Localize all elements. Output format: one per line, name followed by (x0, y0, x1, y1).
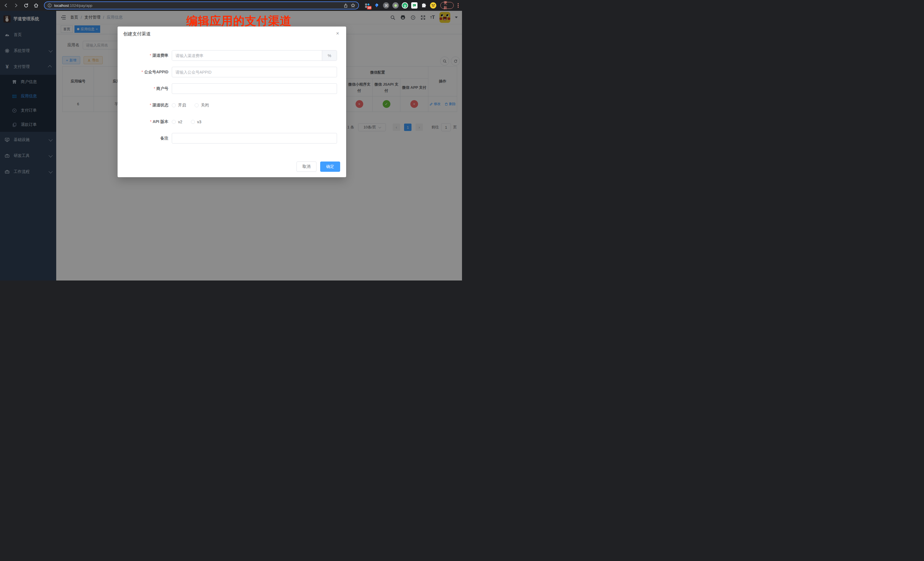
browser-forward-button[interactable] (12, 2, 20, 9)
kite-icon (374, 3, 379, 8)
cancel-button[interactable]: 取消 (297, 162, 316, 172)
create-pay-channel-dialog: 创建支付渠道 × 渠道费率 % 公众号APPID 商户号 渠道状态 (118, 27, 346, 177)
form-row-rate: 渠道费率 % (123, 50, 340, 61)
letter-y-icon: y (404, 3, 406, 8)
api-version-label: API 版本 (123, 119, 172, 124)
rate-label: 渠道费率 (123, 53, 172, 58)
update-label: 更新 (444, 1, 450, 10)
home-icon (33, 3, 39, 8)
extension-command-icon[interactable]: ⌘ (383, 2, 389, 9)
percent-suffix: % (322, 51, 337, 60)
profile-avatar[interactable] (430, 2, 436, 9)
extension-chat-icon[interactable] (411, 2, 417, 9)
remark-label: 备注 (123, 136, 172, 141)
extension-tabs-icon[interactable]: 10 (364, 2, 370, 9)
browser-menu-button[interactable] (458, 3, 459, 8)
rate-input[interactable] (172, 51, 322, 60)
radio-icon (172, 120, 176, 124)
forward-icon (14, 3, 18, 8)
annotation-text: 编辑应用的支付渠道 (186, 13, 292, 29)
api-radio-v3[interactable]: v3 (191, 120, 201, 124)
extensions-menu-button[interactable] (421, 2, 427, 9)
status-label: 渠道状态 (123, 103, 172, 108)
bookmark-star-icon[interactable] (350, 3, 356, 8)
site-info-icon[interactable] (47, 3, 52, 8)
merchant-input[interactable] (172, 83, 337, 94)
address-bar[interactable]: localhost:1024/pay/app (44, 2, 359, 9)
appid-label: 公众号APPID (123, 70, 172, 75)
radio-label: v2 (178, 120, 182, 124)
back-icon (3, 3, 9, 8)
share-icon[interactable] (343, 3, 348, 8)
radio-label: 开启 (178, 103, 186, 108)
extension-badge: 10 (367, 6, 372, 9)
url-path: :1024/pay/app (69, 3, 92, 8)
browser-reload-button[interactable] (22, 2, 30, 9)
radio-icon (195, 103, 199, 107)
browser-toolbar: localhost:1024/pay/app 10 ⌘ y (0, 0, 462, 11)
extension-kite-icon[interactable] (374, 2, 380, 9)
radio-label: 关闭 (201, 103, 209, 108)
radio-label: v3 (197, 120, 201, 124)
form-row-status: 渠道状态 开启 关闭 (123, 100, 340, 110)
form-row-merchant: 商户号 (123, 83, 340, 94)
dialog-footer: 取消 确定 (297, 162, 340, 172)
dialog-title: 创建支付渠道 (123, 31, 151, 37)
browser-back-button[interactable] (2, 2, 10, 9)
browser-home-button[interactable] (32, 2, 40, 9)
extension-recorder-icon[interactable] (392, 2, 399, 9)
puzzle-icon (421, 3, 427, 8)
confirm-button[interactable]: 确定 (320, 162, 340, 172)
remark-input[interactable] (172, 133, 337, 144)
command-icon: ⌘ (384, 3, 388, 8)
dialog-form: 渠道费率 % 公众号APPID 商户号 渠道状态 开启 (123, 50, 340, 150)
reload-icon (23, 3, 29, 8)
form-row-remark: 备注 (123, 133, 340, 144)
status-radio-closed[interactable]: 关闭 (195, 103, 209, 108)
form-row-appid: 公众号APPID (123, 67, 340, 77)
green-dot-icon (394, 4, 397, 7)
extension-yuque-icon[interactable]: y (402, 2, 408, 9)
appid-input[interactable] (172, 67, 337, 77)
browser-update-button[interactable]: 更新 (440, 2, 453, 9)
dialog-close-icon[interactable]: × (334, 30, 341, 37)
status-radio-open[interactable]: 开启 (172, 103, 186, 108)
chat-bubble-icon (412, 3, 416, 8)
api-radio-v2[interactable]: v2 (172, 120, 182, 124)
radio-icon (191, 120, 195, 124)
form-row-api-version: API 版本 v2 v3 (123, 116, 340, 127)
merchant-label: 商户号 (123, 86, 172, 91)
url-text: localhost:1024/pay/app (54, 3, 93, 8)
url-host: localhost (54, 3, 69, 8)
extension-cluster: 10 ⌘ y (364, 2, 436, 9)
emoji-face-icon (430, 2, 436, 9)
radio-icon (172, 103, 176, 107)
